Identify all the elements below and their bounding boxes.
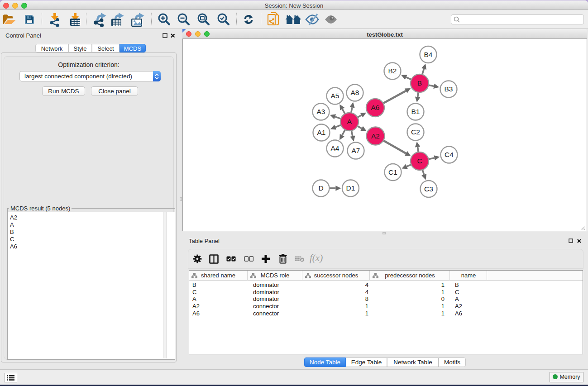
svg-text:C: C bbox=[417, 157, 422, 165]
svg-text:C2: C2 bbox=[411, 128, 420, 136]
svg-text:B1: B1 bbox=[411, 108, 420, 115]
svg-text:C1: C1 bbox=[388, 168, 397, 176]
svg-text:D: D bbox=[318, 184, 323, 192]
svg-text:A1: A1 bbox=[317, 129, 326, 136]
svg-text:A7: A7 bbox=[352, 147, 360, 154]
svg-text:C4: C4 bbox=[445, 151, 454, 158]
svg-text:A2: A2 bbox=[371, 132, 380, 140]
svg-text:B4: B4 bbox=[424, 51, 433, 58]
svg-text:A8: A8 bbox=[351, 89, 359, 96]
svg-text:C3: C3 bbox=[424, 185, 433, 193]
svg-text:D1: D1 bbox=[346, 184, 355, 192]
svg-text:B3: B3 bbox=[445, 85, 453, 93]
svg-text:B: B bbox=[417, 79, 422, 87]
svg-text:B2: B2 bbox=[388, 67, 397, 75]
svg-text:A4: A4 bbox=[331, 144, 339, 152]
svg-text:A3: A3 bbox=[317, 108, 325, 115]
svg-text:A5: A5 bbox=[331, 92, 339, 100]
svg-text:A: A bbox=[347, 118, 352, 125]
svg-text:A6: A6 bbox=[371, 104, 380, 111]
